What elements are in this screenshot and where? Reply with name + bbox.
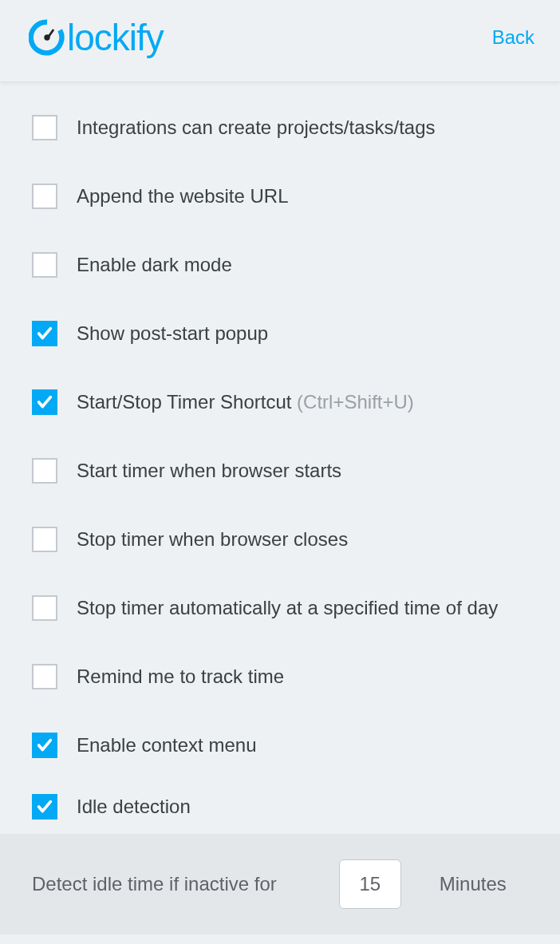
brand-text: lockify bbox=[67, 16, 164, 59]
setting-label: Append the website URL bbox=[77, 185, 289, 207]
setting-timer-shortcut: Start/Stop Timer Shortcut (Ctrl+Shift+U) bbox=[0, 368, 560, 436]
setting-remind-track: Remind me to track time bbox=[0, 642, 560, 711]
setting-label: Enable dark mode bbox=[77, 254, 232, 276]
setting-pomodoro: Enable pomodoro timer bbox=[0, 934, 560, 944]
clockify-c-icon bbox=[29, 19, 65, 56]
checkbox-integrations[interactable] bbox=[32, 115, 57, 140]
check-icon bbox=[36, 325, 53, 342]
setting-label: Stop timer automatically at a specified … bbox=[77, 597, 498, 619]
idle-label: Detect idle time if inactive for bbox=[32, 873, 277, 895]
setting-start-browser: Start timer when browser starts bbox=[0, 436, 560, 505]
setting-label: Start/Stop Timer Shortcut bbox=[77, 391, 297, 413]
setting-dark-mode: Enable dark mode bbox=[0, 231, 560, 299]
setting-post-start-popup: Show post-start popup bbox=[0, 299, 560, 368]
idle-unit: Minutes bbox=[440, 873, 507, 895]
setting-label: Enable context menu bbox=[77, 734, 256, 756]
checkbox-idle-detection[interactable] bbox=[32, 794, 57, 820]
checkbox-dark-mode[interactable] bbox=[32, 252, 57, 278]
checkbox-start-browser[interactable] bbox=[32, 458, 57, 484]
checkbox-stop-auto-time[interactable] bbox=[32, 595, 57, 621]
setting-label: Show post-start popup bbox=[77, 322, 268, 345]
setting-label-wrap: Start/Stop Timer Shortcut (Ctrl+Shift+U) bbox=[77, 391, 414, 413]
setting-stop-browser: Stop timer when browser closes bbox=[0, 505, 560, 574]
check-icon bbox=[36, 393, 53, 411]
logo: lockify bbox=[29, 16, 164, 59]
setting-label: Remind me to track time bbox=[77, 666, 284, 688]
setting-label: Stop timer when browser closes bbox=[77, 528, 348, 551]
setting-stop-auto-time: Stop timer automatically at a specified … bbox=[0, 574, 560, 642]
settings-list: Integrations can create projects/tasks/t… bbox=[0, 82, 560, 944]
setting-context-menu: Enable context menu bbox=[0, 711, 560, 780]
checkbox-stop-browser[interactable] bbox=[32, 527, 57, 552]
svg-rect-1 bbox=[47, 29, 55, 38]
check-icon bbox=[36, 798, 53, 816]
checkbox-remind-track[interactable] bbox=[32, 664, 57, 689]
idle-section: Detect idle time if inactive for Minutes bbox=[0, 834, 560, 934]
setting-label: Integrations can create projects/tasks/t… bbox=[77, 117, 436, 139]
idle-minutes-input[interactable] bbox=[339, 859, 401, 909]
setting-label: Start timer when browser starts bbox=[77, 460, 341, 482]
header: lockify Back bbox=[0, 0, 560, 82]
setting-append-url: Append the website URL bbox=[0, 162, 560, 231]
checkbox-timer-shortcut[interactable] bbox=[32, 389, 57, 415]
checkbox-context-menu[interactable] bbox=[32, 733, 57, 758]
back-link[interactable]: Back bbox=[492, 26, 534, 49]
checkbox-post-start-popup[interactable] bbox=[32, 321, 57, 346]
setting-hint: (Ctrl+Shift+U) bbox=[297, 391, 414, 413]
check-icon bbox=[36, 737, 53, 754]
checkbox-append-url[interactable] bbox=[32, 184, 57, 209]
setting-integrations: Integrations can create projects/tasks/t… bbox=[0, 93, 560, 162]
setting-label: Idle detection bbox=[77, 796, 191, 818]
setting-idle-detection: Idle detection bbox=[0, 780, 560, 834]
